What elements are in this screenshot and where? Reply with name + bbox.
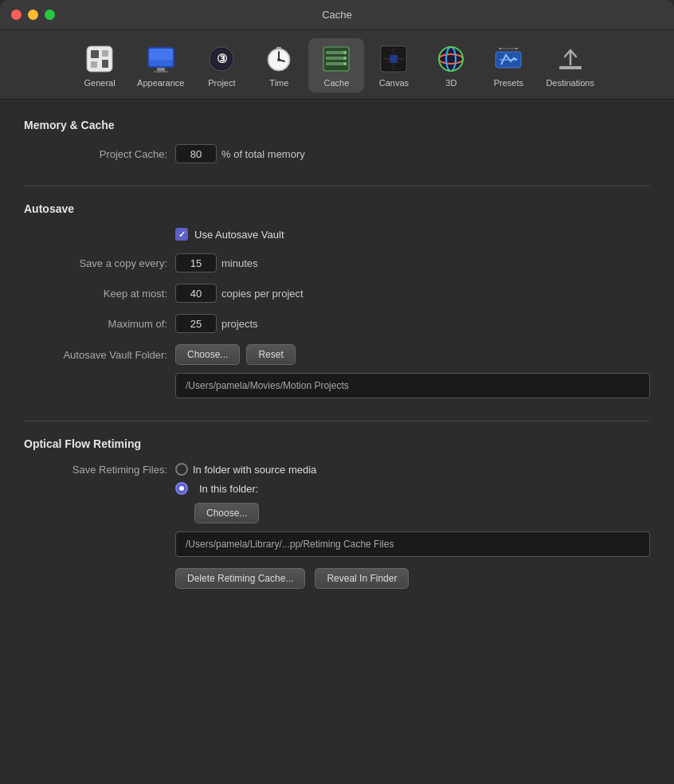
svg-rect-40 <box>559 66 582 69</box>
project-cache-input[interactable] <box>175 144 217 163</box>
toolbar-item-cache[interactable]: Cache <box>308 38 364 92</box>
maximum-of-label: Maximum of: <box>24 318 167 330</box>
svg-text:③: ③ <box>217 52 227 65</box>
svg-rect-9 <box>154 71 168 73</box>
use-autosave-checkbox[interactable]: ✓ <box>175 228 188 241</box>
time-icon <box>263 43 295 75</box>
toolbar-item-appearance[interactable]: Appearance <box>129 38 192 92</box>
radio-source-media[interactable] <box>175 463 188 476</box>
keep-at-most-suffix: copies per project <box>221 288 304 300</box>
divider-1 <box>24 186 650 186</box>
svg-rect-3 <box>91 61 97 68</box>
svg-point-24 <box>343 57 347 60</box>
vault-folder-label: Autosave Vault Folder: <box>24 349 167 361</box>
toolbar-item-destinations[interactable]: Destinations <box>538 38 602 92</box>
svg-point-25 <box>343 62 347 65</box>
appearance-label: Appearance <box>137 78 184 88</box>
toolbar-item-3d[interactable]: 3D <box>423 38 479 92</box>
retiming-path-row: /Users/pamela/Library/...pp/Retiming Cac… <box>24 531 650 557</box>
cache-icon <box>320 43 352 75</box>
action-row: Delete Retiming Cache... Reveal In Finde… <box>24 568 650 589</box>
divider-2 <box>24 421 650 421</box>
optical-choose-row: Choose... <box>24 503 650 523</box>
save-retiming-row: Save Retiming Files: In folder with sour… <box>24 463 650 476</box>
svg-rect-1 <box>91 50 99 58</box>
canvas-label: Canvas <box>379 78 409 88</box>
optical-choose-button[interactable]: Choose... <box>194 503 259 523</box>
svg-point-23 <box>343 51 347 54</box>
save-copy-row: Save a copy every: minutes <box>24 253 650 272</box>
memory-cache-section: Memory & Cache Project Cache: % of total… <box>24 119 650 163</box>
project-cache-label: Project Cache: <box>24 148 167 160</box>
radio-folder-row: In this folder: <box>24 482 650 495</box>
presets-label: Presets <box>494 78 523 88</box>
keep-at-most-input[interactable] <box>175 284 217 303</box>
3d-icon <box>435 43 467 75</box>
appearance-icon <box>145 43 177 75</box>
vault-path-row: /Users/pamela/Movies/Motion Projects <box>24 373 650 398</box>
keep-at-most-label: Keep at most: <box>24 288 167 300</box>
svg-rect-0 <box>87 46 112 72</box>
presets-icon <box>492 43 524 75</box>
toolbar-item-presets[interactable]: Presets <box>480 38 536 92</box>
window-controls <box>11 10 55 20</box>
reveal-in-finder-button[interactable]: Reveal In Finder <box>315 568 409 589</box>
save-copy-label: Save a copy every: <box>24 257 167 269</box>
vault-folder-row: Autosave Vault Folder: Choose... Reset <box>24 344 650 365</box>
keep-at-most-row: Keep at most: copies per project <box>24 284 650 303</box>
maximum-of-input[interactable] <box>175 314 217 333</box>
toolbar-item-project[interactable]: ③ Project <box>194 38 249 92</box>
autosave-reset-button[interactable]: Reset <box>246 344 295 365</box>
memory-cache-header: Memory & Cache <box>24 119 650 131</box>
svg-rect-7 <box>149 49 173 60</box>
delete-retiming-button[interactable]: Delete Retiming Cache... <box>175 568 305 589</box>
save-copy-input[interactable] <box>175 253 217 272</box>
optical-flow-section: Optical Flow Retiming Save Retiming File… <box>24 437 650 589</box>
time-label: Time <box>269 78 288 88</box>
project-icon: ③ <box>206 43 237 75</box>
destinations-icon <box>554 43 586 75</box>
radio-this-folder[interactable] <box>175 482 188 495</box>
toolbar-item-canvas[interactable]: Canvas <box>366 38 421 92</box>
project-cache-suffix: % of total memory <box>221 148 305 160</box>
main-content: Memory & Cache Project Cache: % of total… <box>0 100 674 630</box>
minimize-button[interactable] <box>28 10 38 20</box>
destinations-label: Destinations <box>546 78 594 88</box>
cache-label: Cache <box>323 78 349 88</box>
vault-buttons: Choose... Reset <box>175 344 296 365</box>
svg-rect-8 <box>157 68 165 71</box>
optical-flow-header: Optical Flow Retiming <box>24 437 650 450</box>
autosave-vault-row: ✓ Use Autosave Vault <box>24 228 650 241</box>
canvas-icon <box>378 43 409 75</box>
svg-rect-2 <box>102 50 108 57</box>
svg-rect-30 <box>390 55 398 63</box>
3d-label: 3D <box>445 78 457 88</box>
toolbar-item-general[interactable]: General <box>72 38 127 92</box>
option-folder-label: In this folder: <box>199 483 258 495</box>
toolbar-item-time[interactable]: Time <box>251 38 307 92</box>
project-label: Project <box>208 78 235 88</box>
maximum-of-row: Maximum of: projects <box>24 314 650 333</box>
save-copy-suffix: minutes <box>221 257 258 269</box>
maximize-button[interactable] <box>45 10 55 20</box>
autosave-vault-label: Use Autosave Vault <box>194 229 284 241</box>
close-button[interactable] <box>11 10 22 20</box>
vault-path: /Users/pamela/Movies/Motion Projects <box>175 373 650 398</box>
general-icon <box>84 43 116 75</box>
save-retiming-label: Save Retiming Files: <box>24 464 167 476</box>
autosave-choose-button[interactable]: Choose... <box>175 344 240 365</box>
autosave-header: Autosave <box>24 202 650 215</box>
toolbar: General Appearance ③ Project <box>0 30 674 100</box>
svg-rect-18 <box>276 47 281 49</box>
title-bar: Cache <box>0 0 674 30</box>
check-mark-icon: ✓ <box>178 230 186 239</box>
option-source-label: In folder with source media <box>193 464 316 476</box>
project-cache-row: Project Cache: % of total memory <box>24 144 650 163</box>
general-label: General <box>84 78 115 88</box>
window-title: Cache <box>322 9 352 21</box>
autosave-section: Autosave ✓ Use Autosave Vault Save a cop… <box>24 202 650 398</box>
svg-point-17 <box>277 58 280 61</box>
retiming-path: /Users/pamela/Library/...pp/Retiming Cac… <box>175 531 650 557</box>
svg-rect-4 <box>102 60 108 68</box>
maximum-of-suffix: projects <box>221 318 258 330</box>
